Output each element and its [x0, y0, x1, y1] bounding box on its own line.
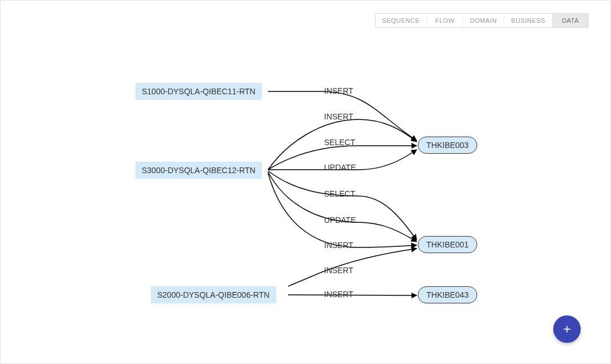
- tab-business[interactable]: BUSINESS: [504, 14, 553, 27]
- add-button[interactable]: [553, 315, 581, 343]
- target-node[interactable]: THKIBE043: [418, 286, 477, 303]
- edge-label: INSERT: [324, 86, 353, 95]
- target-node[interactable]: THKIBE001: [418, 236, 477, 253]
- edge-label: SELECT: [324, 189, 355, 198]
- edges-layer: [1, 1, 611, 364]
- source-node[interactable]: S1000-DYSQLA-QIBEC11-RTN: [135, 83, 262, 100]
- target-node[interactable]: THKIBE003: [418, 137, 477, 154]
- edge-label: UPDATE: [324, 215, 356, 225]
- source-node[interactable]: S3000-DYSQLA-QIBEC12-RTN: [135, 162, 262, 179]
- edge-label: INSERT: [324, 290, 353, 299]
- tab-flow[interactable]: FLOW: [427, 14, 463, 27]
- view-tabs: SEQUENCE FLOW DOMAIN BUSINESS DATA: [375, 13, 589, 28]
- edge-label: UPDATE: [324, 163, 356, 172]
- edge-label: INSERT: [324, 112, 353, 121]
- tab-data[interactable]: DATA: [553, 14, 588, 27]
- edge-label: SELECT: [324, 138, 355, 147]
- source-node[interactable]: S2000-DYSQLA-QIBE006-RTN: [151, 286, 276, 303]
- edge-label: INSERT: [324, 266, 353, 275]
- diagram-canvas: SEQUENCE FLOW DOMAIN BUSINESS DATA S1000…: [0, 0, 611, 364]
- tab-domain[interactable]: DOMAIN: [463, 14, 504, 27]
- edge-label: INSERT: [324, 241, 353, 250]
- tab-sequence[interactable]: SEQUENCE: [376, 14, 428, 27]
- edge: [268, 172, 417, 242]
- plus-icon: [561, 323, 573, 335]
